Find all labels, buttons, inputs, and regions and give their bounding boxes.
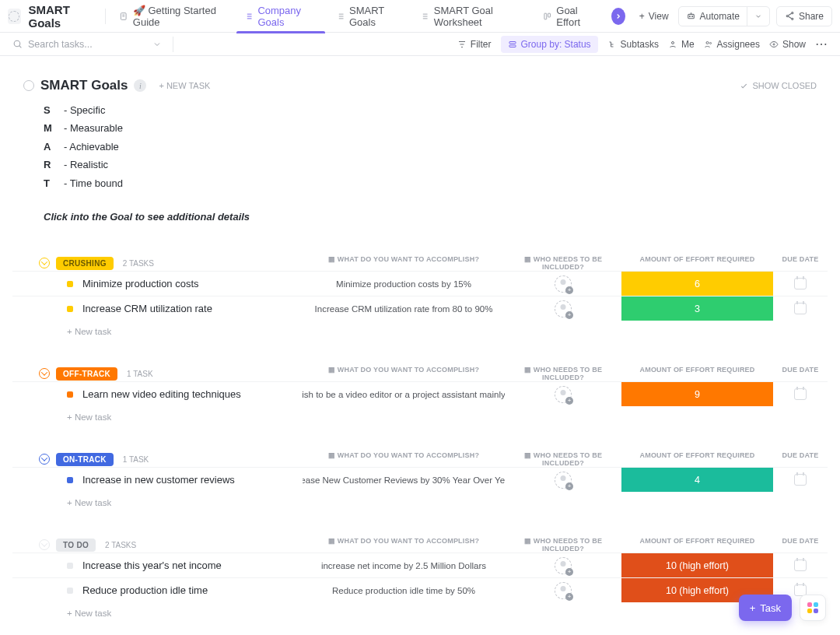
tab-smart-worksheet[interactable]: SMART Goal Worksheet xyxy=(412,0,532,33)
task-name[interactable]: Increase this year's net income xyxy=(82,560,285,571)
new-task-inline[interactable]: + NEW TASK xyxy=(159,81,210,90)
task-status-icon[interactable] xyxy=(67,477,73,483)
me-button[interactable]: Me xyxy=(668,39,695,50)
task-name[interactable]: Increase CRM utilization rate xyxy=(82,303,285,314)
cell-effort[interactable]: 6 xyxy=(621,272,773,296)
task-row[interactable]: Reduce production idle time Reduce produ… xyxy=(12,577,828,602)
task-row[interactable]: Increase this year's net income increase… xyxy=(12,553,828,577)
workspace-icon[interactable] xyxy=(8,9,21,24)
col-who[interactable]: ▦ WHO NEEDS TO BE INCLUDED? xyxy=(505,255,621,271)
tab-getting-started[interactable]: 🚀 Getting Started Guide xyxy=(111,0,233,33)
col-accomplish[interactable]: ▦ WHAT DO YOU WANT TO ACCOMPLISH? xyxy=(303,451,505,467)
cell-effort[interactable]: 10 (high effort) xyxy=(621,553,773,577)
cell-who[interactable] xyxy=(505,382,621,406)
task-status-icon[interactable] xyxy=(67,391,73,398)
cell-due[interactable] xyxy=(773,468,828,492)
col-effort[interactable]: AMOUNT OF EFFORT REQUIRED xyxy=(621,537,773,553)
groupby-button[interactable]: Group by: Status xyxy=(501,36,598,53)
automate-button[interactable]: Automate xyxy=(679,7,747,26)
assignee-add-icon[interactable] xyxy=(555,472,572,489)
cell-effort[interactable]: 9 xyxy=(621,382,773,406)
task-name[interactable]: Increase in new customer reviews xyxy=(82,474,285,486)
col-due[interactable]: DUE DATE xyxy=(773,537,828,553)
automate-dropdown[interactable] xyxy=(747,9,769,24)
task-row[interactable]: Learn new video editing techniques I wis… xyxy=(12,381,828,406)
cell-accomplish[interactable]: Minimize production costs by 15% xyxy=(303,272,505,296)
status-pill[interactable]: OFF-TRACK xyxy=(56,367,117,381)
cell-due[interactable] xyxy=(773,382,828,406)
status-pill[interactable]: CRUSHING xyxy=(56,257,114,270)
tab-company-goals[interactable]: Company Goals xyxy=(236,0,325,33)
col-due[interactable]: DUE DATE xyxy=(773,451,828,467)
col-accomplish[interactable]: ▦ WHAT DO YOU WANT TO ACCOMPLISH? xyxy=(303,537,505,553)
search-chevron-icon[interactable] xyxy=(152,40,162,49)
col-due[interactable]: DUE DATE xyxy=(773,255,828,271)
new-task-fab[interactable]: + Task xyxy=(739,595,792,621)
apps-fab[interactable] xyxy=(800,595,826,621)
col-effort[interactable]: AMOUNT OF EFFORT REQUIRED xyxy=(621,366,773,381)
list-status-icon[interactable] xyxy=(23,80,34,91)
new-task-row[interactable]: + New task xyxy=(12,602,828,618)
task-name[interactable]: Minimize production costs xyxy=(82,278,285,289)
add-view-button[interactable]: + View xyxy=(633,7,675,26)
search-input[interactable]: Search tasks... xyxy=(12,39,145,50)
col-effort[interactable]: AMOUNT OF EFFORT REQUIRED xyxy=(621,451,773,467)
assignee-add-icon[interactable] xyxy=(555,275,572,293)
task-status-icon[interactable] xyxy=(67,281,73,287)
task-row[interactable]: Increase in new customer reviews Increas… xyxy=(12,467,828,492)
assignee-add-icon[interactable] xyxy=(555,386,572,403)
task-row[interactable]: Minimize production costs Minimize produ… xyxy=(12,271,828,296)
cell-effort[interactable]: 4 xyxy=(621,468,773,492)
assignees-button[interactable]: Assignees xyxy=(704,39,760,50)
cell-accomplish[interactable]: I wish to be a video editor or a project… xyxy=(303,382,505,406)
group-toggle[interactable] xyxy=(39,368,50,379)
tabs-overflow-button[interactable] xyxy=(611,8,625,25)
cell-due[interactable] xyxy=(773,553,828,577)
col-who[interactable]: ▦ WHO NEEDS TO BE INCLUDED? xyxy=(505,451,621,467)
task-name[interactable]: Learn new video editing techniques xyxy=(82,388,285,400)
assignee-add-icon[interactable] xyxy=(555,557,572,574)
cell-due[interactable] xyxy=(773,296,828,321)
cell-effort[interactable]: 3 xyxy=(621,296,773,321)
info-icon[interactable]: i xyxy=(134,79,146,92)
tab-smart-goals[interactable]: SMART Goals xyxy=(328,0,410,33)
new-task-row[interactable]: + New task xyxy=(12,406,828,422)
task-status-icon[interactable] xyxy=(67,588,73,594)
subtasks-button[interactable]: Subtasks xyxy=(607,39,659,50)
status-pill[interactable]: ON-TRACK xyxy=(56,453,114,466)
col-due[interactable]: DUE DATE xyxy=(773,366,828,381)
cell-accomplish[interactable]: Increase CRM utilization rate from 80 to… xyxy=(303,296,505,321)
task-row[interactable]: Increase CRM utilization rate Increase C… xyxy=(12,296,828,321)
task-status-icon[interactable] xyxy=(67,306,73,312)
cell-accomplish[interactable]: Reduce production idle time by 50% xyxy=(303,578,505,602)
cell-who[interactable] xyxy=(505,272,621,296)
show-closed-button[interactable]: SHOW CLOSED xyxy=(740,81,817,90)
group-toggle[interactable] xyxy=(39,258,50,268)
col-accomplish[interactable]: ▦ WHAT DO YOU WANT TO ACCOMPLISH? xyxy=(303,366,505,381)
col-who[interactable]: ▦ WHO NEEDS TO BE INCLUDED? xyxy=(505,366,621,381)
tab-goal-effort[interactable]: Goal Effort xyxy=(535,0,604,33)
assignee-add-icon[interactable] xyxy=(555,300,572,318)
task-status-icon[interactable] xyxy=(67,563,73,569)
cell-accomplish[interactable]: increase net income by 2.5 Million Dolla… xyxy=(303,553,505,577)
cell-who[interactable] xyxy=(505,553,621,577)
show-button[interactable]: Show xyxy=(769,39,806,50)
cell-accomplish[interactable]: Increase New Customer Reviews by 30% Yea… xyxy=(303,468,505,492)
cell-due[interactable] xyxy=(773,272,828,296)
share-button[interactable]: Share xyxy=(776,6,832,26)
new-task-row[interactable]: + New task xyxy=(12,321,828,336)
more-menu[interactable]: ⋯ xyxy=(815,37,828,51)
status-pill[interactable]: TO DO xyxy=(56,539,96,552)
cell-who[interactable] xyxy=(505,468,621,492)
group-toggle[interactable] xyxy=(39,454,50,465)
cell-who[interactable] xyxy=(505,296,621,321)
col-accomplish[interactable]: ▦ WHAT DO YOU WANT TO ACCOMPLISH? xyxy=(303,255,505,271)
col-effort[interactable]: AMOUNT OF EFFORT REQUIRED xyxy=(621,255,773,271)
new-task-row[interactable]: + New task xyxy=(12,492,828,507)
col-who[interactable]: ▦ WHO NEEDS TO BE INCLUDED? xyxy=(505,537,621,553)
filter-button[interactable]: Filter xyxy=(457,39,492,50)
cell-who[interactable] xyxy=(505,578,621,602)
task-name[interactable]: Reduce production idle time xyxy=(82,584,285,596)
assignee-add-icon[interactable] xyxy=(555,582,572,599)
group-toggle[interactable] xyxy=(39,539,50,550)
